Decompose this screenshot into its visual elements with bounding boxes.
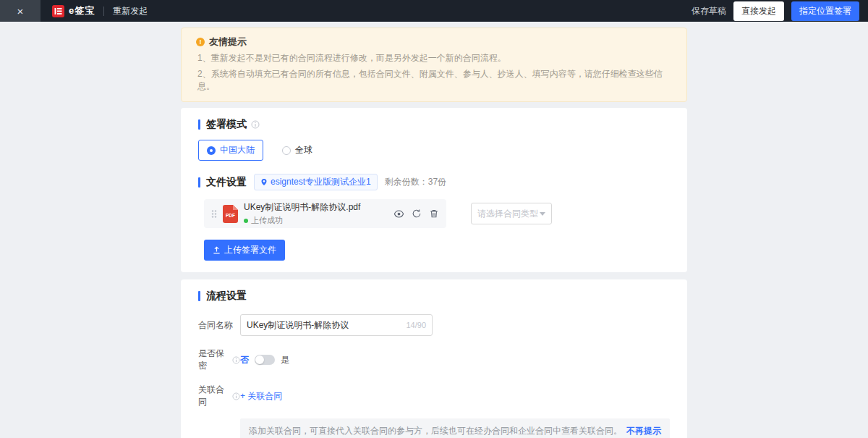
warning-icon: ! [196,38,205,46]
save-draft-button[interactable]: 保存草稿 [692,5,726,17]
org-badge-label: esigntest专业版测试企业1 [271,176,371,188]
radio-label: 中国大陆 [220,144,255,156]
file-settings-title-row: 文件设置 [198,176,247,189]
file-row[interactable]: PDF UKey制证说明书-解除协议.pdf 上传成功 [204,199,446,228]
file-meta: UKey制证说明书-解除协议.pdf 上传成功 [244,201,365,226]
org-badge[interactable]: esigntest专业版测试企业1 [254,174,378,190]
upload-icon [213,246,221,254]
card-sign-mode-files: 签署模式 中国大陆 全球 文件设置 [181,108,687,272]
success-dot-icon [244,219,248,223]
add-related-contract-link[interactable]: + 关联合同 [240,390,282,403]
secret-label-text: 是否保密 [198,348,228,372]
info-icon[interactable] [251,120,260,129]
specify-position-button[interactable]: 指定位置签署 [791,1,859,21]
notice-line: 2、系统将自动填充已有合同的所有信息，包括合同文件、附属文件、参与人、抄送人、填… [196,68,672,93]
brand-name: e签宝 [69,4,95,17]
topbar-actions: 保存草稿 直接发起 指定位置签署 [692,1,859,21]
delete-trash-icon[interactable] [429,209,439,219]
notice-title: 友情提示 [209,35,247,49]
radio-mainland-china[interactable]: 中国大陆 [198,140,263,161]
contract-name-input[interactable]: UKey制证说明书-解除协议 14/90 [240,314,433,336]
topbar-divider [103,7,104,16]
related-contract-row: 关联合同 + 关联合同 [198,384,670,408]
sign-mode-options: 中国大陆 全球 [198,140,670,161]
radio-label: 全球 [295,144,312,156]
secret-row: 是否保密 否 是 [198,348,670,372]
chevron-down-icon [540,212,545,216]
secret-yes-label[interactable]: 是 [281,354,289,366]
contract-name-label: 合同名称 [198,319,240,332]
upload-status-text: 上传成功 [251,215,283,226]
related-tip-text: 添加关联合同，可直接代入关联合同的参与方，后续也可在经办合同和企业合同中查看关联… [249,425,622,437]
page-title: 重新发起 [113,5,148,17]
secret-toggle[interactable] [255,355,275,365]
file-area: PDF UKey制证说明书-解除协议.pdf 上传成功 [204,199,670,228]
direct-initiate-button[interactable]: 直接发起 [733,1,784,21]
process-title: 流程设置 [206,290,247,303]
card-process-settings: 流程设置 合同名称 UKey制证说明书-解除协议 14/90 是否保密 否 [181,279,687,438]
drag-handle-icon[interactable] [211,209,217,219]
close-button[interactable]: × [0,0,41,22]
radio-unselected-icon [282,146,291,155]
related-label-text: 关联合同 [198,384,228,408]
friendly-notice: ! 友情提示 1、重新发起不是对已有的合同流程进行修改，而是另外发起一个新的合同… [181,28,687,102]
info-icon[interactable] [232,392,240,400]
notice-line: 1、重新发起不是对已有的合同流程进行修改，而是另外发起一个新的合同流程。 [196,52,672,64]
secret-label: 是否保密 [198,348,240,372]
contract-name-value: UKey制证说明书-解除协议 [247,319,349,332]
contract-type-select[interactable]: 请选择合同类型 [471,203,552,224]
pdf-file-icon: PDF [223,205,238,223]
secret-no-label[interactable]: 否 [240,354,249,366]
file-actions [393,209,439,219]
svg-text:PDF: PDF [226,213,235,218]
dismiss-tip-link[interactable]: 不再提示 [626,425,661,437]
file-settings-title: 文件设置 [206,176,247,189]
sign-mode-title: 签署模式 [206,118,247,131]
process-title-row: 流程设置 [198,290,670,303]
radio-global[interactable]: 全球 [282,144,312,156]
file-status: 上传成功 [244,215,365,226]
topbar: × e签宝 重新发起 保存草稿 直接发起 指定位置签署 [0,0,868,22]
contract-type-placeholder: 请选择合同类型 [477,208,538,220]
char-counter: 14/90 [406,321,426,329]
file-settings-header: 文件设置 esigntest专业版测试企业1 剩余份数：37份 [198,174,670,190]
toggle-knob [255,355,264,364]
replace-refresh-icon[interactable] [412,209,422,219]
sign-mode-title-row: 签署模式 [198,118,670,131]
file-name: UKey制证说明书-解除协议.pdf [244,201,365,214]
upload-button-label: 上传签署文件 [224,244,276,256]
remaining-count: 剩余份数：37份 [385,176,446,188]
brand: e签宝 [52,4,95,17]
main-scroll-area[interactable]: ! 友情提示 1、重新发起不是对已有的合同流程进行修改，而是另外发起一个新的合同… [0,22,868,438]
radio-selected-icon [207,146,216,155]
related-tip-strip: 添加关联合同，可直接代入关联合同的参与方，后续也可在经办合同和企业合同中查看关联… [240,418,670,438]
contract-name-row: 合同名称 UKey制证说明书-解除协议 14/90 [198,314,670,336]
notice-title-row: ! 友情提示 [196,35,672,49]
related-label: 关联合同 [198,384,240,408]
esign-logo-icon [52,5,64,17]
preview-eye-icon[interactable] [393,209,404,219]
close-icon: × [17,5,24,17]
location-pin-icon [260,178,268,186]
info-icon[interactable] [232,356,240,364]
upload-sign-file-button[interactable]: 上传签署文件 [204,240,285,261]
